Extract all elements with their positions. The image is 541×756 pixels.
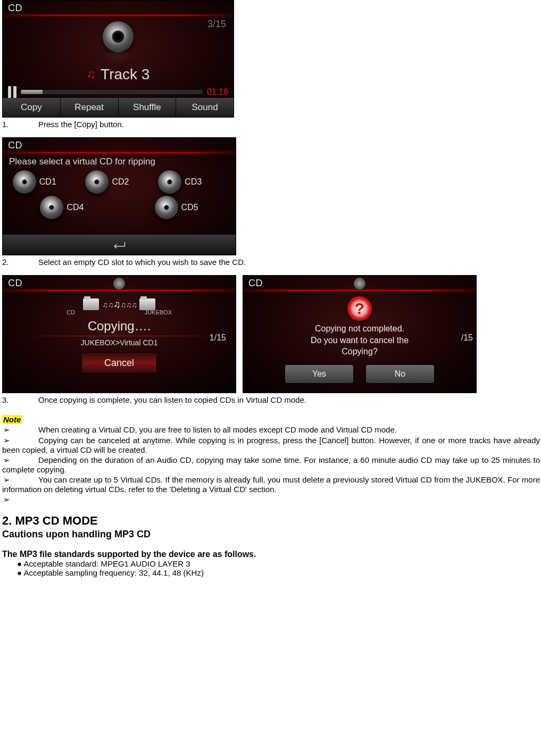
folder-source-icon	[83, 298, 99, 310]
step-3-caption: 3.Once copying is complete, you can list…	[2, 395, 540, 404]
yes-button[interactable]: Yes	[285, 365, 353, 383]
cd-slot-4[interactable]: CD4	[15, 196, 109, 219]
disc-header-icon	[354, 278, 365, 289]
divider	[4, 290, 235, 291]
mp3-standards-line: The MP3 file standards supported by the …	[2, 550, 540, 559]
divider	[4, 15, 232, 16]
cd-disc-icon	[103, 21, 134, 52]
cd-disc-icon	[85, 170, 109, 194]
cd-slot-row-2: CD4 CD5	[3, 196, 236, 219]
shuffle-button[interactable]: Shuffle	[119, 98, 177, 117]
note-item: ➢Copying can be canceled at anytime. Whi…	[2, 436, 540, 454]
note-item: ➢You can create up to 5 Virtual CDs. If …	[2, 475, 540, 494]
cd-disc-icon	[158, 170, 181, 194]
pause-icon[interactable]	[8, 86, 16, 98]
screen-title: CD	[3, 1, 234, 15]
copy-progress-count: 1/15	[210, 333, 226, 343]
arrow-bullet-icon: ➢	[2, 425, 38, 435]
back-button[interactable]	[3, 235, 236, 255]
note-text: You can create up to 5 Virtual CDs. If t…	[2, 475, 540, 494]
cd-slot-1[interactable]: CD1	[13, 170, 80, 194]
cd-slot-2[interactable]: CD2	[85, 170, 153, 194]
progress-bar[interactable]	[21, 90, 203, 94]
cd-disc-icon	[155, 196, 178, 219]
no-button[interactable]: No	[366, 365, 434, 383]
select-prompt: Please select a virtual CD for ripping	[3, 153, 236, 168]
copy-button[interactable]: Copy	[3, 98, 61, 117]
cd-slot-row-1: CD1 CD2 CD3	[3, 168, 236, 194]
arrow-bullet-icon: ➢	[2, 455, 38, 465]
folder-dest-icon	[139, 298, 155, 310]
source-label: CD	[66, 309, 75, 315]
track-counter: 3/15	[207, 19, 226, 30]
step-2-caption: 2.Select an empty CD slot to which you w…	[2, 257, 540, 267]
arrow-bullet-icon: ➢	[2, 495, 38, 504]
note-item: ➢When creating a Virtual CD, you are fre…	[2, 425, 540, 435]
disc-reflection	[103, 51, 134, 65]
cancel-button[interactable]: Cancel	[82, 353, 156, 372]
disc-header-icon	[113, 278, 125, 289]
cd-player-screenshot: CD 3/15 ♫ Track 3 01:18 Copy Repeat Shuf…	[2, 0, 234, 118]
divider	[244, 290, 475, 291]
note-heading: Note	[2, 415, 22, 424]
divider	[19, 336, 220, 336]
note-text: Copying can be canceled at anytime. Whil…	[2, 436, 540, 454]
cd-disc-icon	[40, 196, 63, 219]
alert-icon: ?	[347, 296, 372, 321]
repeat-button[interactable]: Repeat	[61, 98, 119, 117]
screen-title: CD	[3, 138, 236, 152]
mp3-cautions-subheading: Cautions upon handling MP3 CD	[2, 529, 540, 540]
note-item: ➢	[2, 495, 540, 504]
cd-slot-3[interactable]: CD3	[158, 170, 226, 194]
sound-button[interactable]: Sound	[176, 98, 234, 117]
back-arrow-icon	[111, 240, 127, 250]
arrow-bullet-icon: ➢	[2, 436, 38, 445]
cancel-confirm-screenshot: CD ? Copying not completed. Do you want …	[243, 275, 477, 393]
copying-progress-screenshot: CD ♫ ♫ ♫ ♫ ♫ ♫ CD JUKEBOX Copying…. 1/15…	[2, 275, 236, 393]
music-note-icon: ♫	[87, 68, 96, 81]
destination-path: JUKEBOX>Virtual CD1	[3, 338, 236, 347]
mp3-mode-heading: 2. MP3 CD MODE	[2, 514, 540, 528]
track-name: Track 3	[101, 66, 149, 83]
note-text: Depending on the duration of an Audio CD…	[2, 455, 540, 474]
elapsed-time: 01:18	[207, 87, 228, 97]
cd-disc-icon	[13, 170, 36, 194]
copying-status: Copying….	[3, 319, 236, 334]
step-1-caption: 1.Press the [Copy] button.	[2, 120, 540, 129]
cd-slot-5[interactable]: CD5	[130, 196, 223, 219]
mp3-sampling-item: ● Acceptable sampling frequency: 32, 44.…	[2, 568, 540, 577]
mp3-standard-item: ● Acceptable standard: MPEG1 AUDIO LAYER…	[2, 559, 540, 568]
progress-count-partial: /15	[461, 333, 473, 343]
note-item: ➢Depending on the duration of an Audio C…	[2, 455, 540, 474]
bottom-toolbar: Copy Repeat Shuffle Sound	[3, 98, 234, 117]
notes-animation-icon: ♫ ♫ ♫ ♫ ♫ ♫	[102, 299, 136, 310]
note-text: When creating a Virtual CD, you are free…	[38, 425, 397, 434]
confirm-message: Copying not completed. Do you want to ca…	[243, 323, 476, 358]
transfer-animation: ♫ ♫ ♫ ♫ ♫ ♫	[3, 298, 236, 310]
arrow-bullet-icon: ➢	[2, 475, 38, 485]
virtual-cd-select-screenshot: CD Please select a virtual CD for rippin…	[2, 137, 236, 255]
